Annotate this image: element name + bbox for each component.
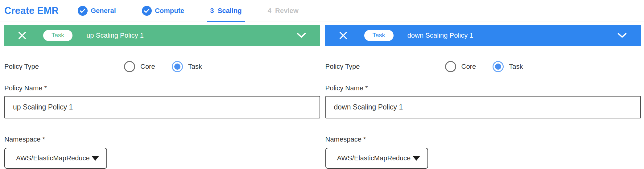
policy-bar-title: down Scaling Policy 1 [407, 31, 473, 39]
tab-review-number: 4 [268, 7, 271, 15]
policy-type-radio-group: Core Task [445, 61, 540, 72]
policy-type-label: Policy Type [325, 63, 445, 71]
policy-type-radio-group: Core Task [124, 61, 219, 72]
radio-task-control[interactable] [493, 61, 504, 72]
policy-type-badge: Task [43, 30, 72, 41]
namespace-select[interactable]: AWS/ElasticMapReduce [4, 148, 107, 169]
namespace-label: Namespace * [325, 135, 641, 143]
close-icon[interactable] [17, 31, 27, 40]
policy-type-label: Policy Type [4, 63, 124, 71]
policy-name-input[interactable] [4, 96, 320, 118]
dropdown-caret-icon [92, 156, 99, 161]
wizard-steps: General Compute 3 Scaling 4 Review [75, 0, 321, 22]
radio-core-label: Core [140, 63, 155, 71]
tab-general-label: General [91, 7, 116, 15]
policy-name-label: Policy Name * [325, 84, 641, 92]
scaling-policies-container: Task up Scaling Policy 1 Policy Type Cor… [0, 22, 644, 169]
scale-up-policy-header[interactable]: Task up Scaling Policy 1 [4, 25, 320, 46]
policy-type-row: Policy Type Core Task [325, 61, 641, 72]
close-icon[interactable] [338, 31, 348, 40]
radio-task-label: Task [509, 63, 523, 71]
scale-down-policy-form: Policy Type Core Task Policy Name * Name… [325, 61, 641, 169]
chevron-down-icon[interactable] [297, 33, 306, 38]
namespace-selected-value: AWS/ElasticMapReduce [16, 154, 92, 162]
scale-up-policy-form: Policy Type Core Task Policy Name * Name… [4, 61, 320, 169]
policy-name-input[interactable] [325, 96, 641, 118]
tab-review[interactable]: 4 Review [265, 0, 302, 22]
scale-up-policy-panel: Task up Scaling Policy 1 Policy Type Cor… [4, 25, 320, 169]
radio-task-label: Task [188, 63, 202, 71]
radio-task[interactable]: Task [493, 61, 523, 72]
policy-name-label: Policy Name * [4, 84, 320, 92]
tab-compute[interactable]: Compute [139, 0, 187, 22]
policy-type-badge: Task [364, 30, 394, 41]
radio-core-label: Core [461, 63, 476, 71]
namespace-selected-value: AWS/ElasticMapReduce [337, 154, 413, 162]
tab-scaling-label: Scaling [218, 7, 242, 15]
chevron-down-icon[interactable] [617, 33, 627, 38]
radio-core[interactable]: Core [124, 61, 155, 72]
radio-task[interactable]: Task [172, 61, 202, 72]
check-icon [142, 6, 152, 16]
tab-compute-label: Compute [155, 7, 184, 15]
page-title: Create EMR [4, 5, 59, 16]
radio-core[interactable]: Core [445, 61, 476, 72]
tab-scaling-number: 3 [210, 7, 214, 15]
policy-type-row: Policy Type Core Task [4, 61, 320, 72]
wizard-header: Create EMR General Compute 3 Scaling 4 R… [0, 0, 644, 22]
policy-bar-title: up Scaling Policy 1 [86, 31, 144, 39]
namespace-label: Namespace * [4, 135, 320, 143]
dropdown-caret-icon [413, 156, 420, 161]
check-icon [78, 6, 88, 16]
tab-scaling[interactable]: 3 Scaling [207, 0, 245, 22]
radio-core-control[interactable] [445, 61, 456, 72]
scale-down-policy-panel: Task down Scaling Policy 1 Policy Type C… [325, 25, 641, 169]
tab-general[interactable]: General [75, 0, 119, 22]
radio-core-control[interactable] [124, 61, 135, 72]
scale-down-policy-header[interactable]: Task down Scaling Policy 1 [325, 25, 641, 46]
tab-review-label: Review [275, 7, 299, 15]
namespace-select[interactable]: AWS/ElasticMapReduce [325, 148, 428, 169]
radio-task-control[interactable] [172, 61, 183, 72]
